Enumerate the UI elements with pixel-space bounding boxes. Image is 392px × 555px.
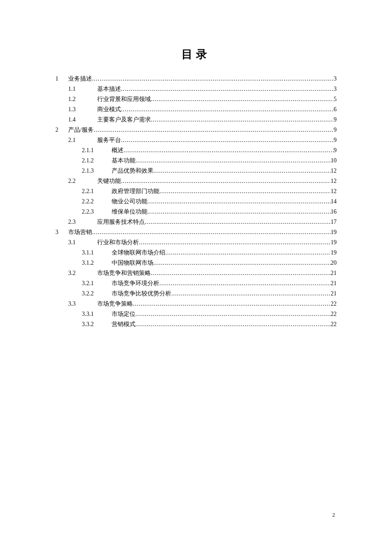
toc-entry[interactable]: 2.1.1概述9 [55,145,337,156]
toc-entry[interactable]: 1业务描述3 [55,74,337,84]
toc-entry-page: 9 [334,125,337,135]
toc-entry[interactable]: 2.2关键功能12 [55,176,337,186]
toc-entry-text: 关键功能 [97,176,121,186]
toc-entry[interactable]: 1.4主要客户及客户需求9 [55,115,337,125]
toc-entry-number: 3.1 [55,237,97,248]
toc-entry[interactable]: 3.3.1市场定位22 [55,309,337,319]
toc-entry[interactable]: 1.1基本描述3 [55,84,337,94]
toc-entry[interactable]: 3市场营销19 [55,227,337,237]
toc-leader-dots [147,197,331,207]
toc-entry-text: 行业和市场分析 [97,237,139,248]
toc-entry-page: 6 [334,104,337,115]
toc-leader-dots [135,309,331,319]
toc-entry[interactable]: 2.1服务平台9 [55,135,337,145]
toc-entry-number: 2.2 [55,176,97,186]
toc-entry-number: 1.2 [55,94,97,104]
toc-entry-page: 9 [334,145,337,156]
toc-leader-dots [124,145,334,156]
toc-entry-text: 物业公司功能 [112,197,147,207]
toc-entry-text: 应用服务技术特点 [97,217,145,227]
toc-entry-number: 2.1.1 [55,145,112,156]
toc-entry-number: 2.2.1 [55,186,112,197]
toc-leader-dots [151,115,334,125]
toc-entry[interactable]: 2.2.2物业公司功能14 [55,197,337,207]
toc-entry[interactable]: 3.3市场竞争策略22 [55,299,337,309]
toc-entry-page: 21 [331,289,337,299]
toc-entry[interactable]: 2.1.3产品优势和效果12 [55,166,337,176]
toc-entry[interactable]: 1.2行业背景和应用领域5 [55,94,337,104]
toc-entry-number: 3.1.1 [55,248,112,258]
toc-leader-dots [133,299,331,309]
toc-entry[interactable]: 3.2市场竞争和营销策略21 [55,268,337,278]
toc-entry-number: 3.2 [55,268,97,278]
toc-leader-dots [139,237,331,248]
toc-entry-text: 产品优势和效果 [112,166,153,176]
toc-entry-number: 3.3 [55,299,97,309]
toc-leader-dots [121,104,334,115]
toc-entry[interactable]: 1.3商业模式6 [55,104,337,115]
toc-entry[interactable]: 3.1.2中国物联网市场20 [55,258,337,268]
toc-leader-dots [165,248,331,258]
toc-entry-page: 19 [331,227,337,237]
toc-entry-number: 2.3 [55,217,97,227]
toc-leader-dots [94,125,334,135]
toc-entry-page: 22 [331,309,337,319]
toc-leader-dots [159,186,331,197]
toc-entry-page: 21 [331,278,337,289]
toc-entry-page: 22 [331,299,337,309]
toc-entry[interactable]: 3.2.2市场竞争比较优势分析21 [55,289,337,299]
toc-entry-page: 21 [331,268,337,278]
toc-entry[interactable]: 3.1.1全球物联网市场介绍19 [55,248,337,258]
toc-entry-page: 9 [334,115,337,125]
toc-entry-page: 22 [331,319,337,330]
toc-entry-page: 3 [334,84,337,94]
toc-entry-number: 3.3.1 [55,309,112,319]
toc-entry-page: 19 [331,248,337,258]
toc-entry[interactable]: 2.2.3维保单位功能16 [55,207,337,217]
toc-entry-number: 3.1.2 [55,258,112,268]
toc-entry[interactable]: 3.2.1市场竞争环境分析21 [55,278,337,289]
toc-entry-number: 2.1 [55,135,97,145]
toc-entry-text: 全球物联网市场介绍 [112,248,165,258]
toc-entry-number: 3.2.1 [55,278,112,289]
toc-entry-text: 商业模式 [97,104,121,115]
toc-entry-number: 2 [55,125,68,135]
toc-leader-dots [92,74,334,84]
toc-entry-text: 基本功能 [112,156,135,166]
toc-entry[interactable]: 2.2.1政府管理部门功能12 [55,186,337,197]
toc-entry-number: 1.3 [55,104,97,115]
document-page: 目录 1业务描述31.1基本描述31.2行业背景和应用领域51.3商业模式61.… [0,0,392,330]
toc-entry-text: 中国物联网市场 [112,258,153,268]
toc-entry-page: 20 [331,258,337,268]
toc-leader-dots [171,289,331,299]
toc-entry-text: 基本描述 [97,84,121,94]
toc-entry[interactable]: 3.1行业和市场分析19 [55,237,337,248]
toc-leader-dots [135,156,331,166]
toc-leader-dots [153,258,331,268]
toc-entry-page: 9 [334,135,337,145]
toc-entry-text: 服务平台 [97,135,121,145]
toc-leader-dots [121,84,334,94]
toc-entry-number: 1 [55,74,68,84]
toc-entry-page: 16 [331,207,337,217]
toc-entry[interactable]: 2.3应用服务技术特点17 [55,217,337,227]
toc-entry-page: 12 [331,166,337,176]
toc-entry[interactable]: 3.3.2营销模式22 [55,319,337,330]
toc-entry-text: 市场营销 [68,227,92,237]
toc-leader-dots [145,217,331,227]
toc-leader-dots [159,278,331,289]
toc-entry-text: 市场竞争比较优势分析 [112,289,171,299]
toc-entry[interactable]: 2产品/服务9 [55,125,337,135]
toc-entry-number: 1.1 [55,84,97,94]
toc-leader-dots [151,94,334,104]
toc-leader-dots [92,227,331,237]
toc-leader-dots [135,319,331,330]
toc-entry-number: 3.3.2 [55,319,112,330]
toc-entry-page: 3 [334,74,337,84]
toc-entry-page: 12 [331,186,337,197]
toc-entry-number: 2.2.2 [55,197,112,207]
toc-entry-page: 5 [334,94,337,104]
toc-entry[interactable]: 2.1.2基本功能10 [55,156,337,166]
toc-leader-dots [121,135,334,145]
toc-entry-number: 2.2.3 [55,207,112,217]
